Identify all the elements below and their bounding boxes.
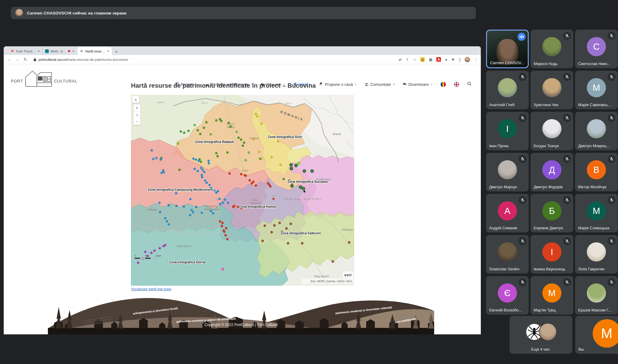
person-extension-icon[interactable]: ●	[445, 57, 447, 62]
browser-tab[interactable]: Meet - dee-thne-khp✕	[43, 47, 77, 55]
place-label: Gura	[252, 199, 258, 202]
participant-tile[interactable]: Лілія Гавриляк	[575, 235, 618, 274]
participant-tile[interactable]: Єршов Максим Г...	[575, 276, 618, 315]
avatar: Б	[542, 201, 561, 220]
participant-tile[interactable]: Анатолій Глеб	[486, 71, 529, 109]
participant-tile[interactable]: ДДмитро Федорів	[531, 153, 573, 191]
speech-icon	[403, 82, 407, 86]
bookmark-star-icon[interactable]: ☆	[413, 57, 416, 62]
nav-item-diseminare[interactable]: Diseminare∨	[403, 82, 433, 87]
browser-tab[interactable]: MFwd: Practical application - ca✕	[8, 47, 43, 55]
chevron-down-icon: ∨	[430, 83, 433, 86]
participant-tile[interactable]: ІІванка Веркалець	[531, 235, 573, 274]
mic-off-icon	[565, 198, 569, 202]
place-label: Campulung	[204, 205, 218, 208]
url-path: /harta-resurse-de-patrimoniu-bucovina/	[67, 58, 128, 61]
participant-name: Святослав Нико...	[578, 62, 615, 66]
zone-label-falticeni: Zona etnografica Falticeni	[281, 231, 321, 235]
participant-tile[interactable]: ААндрій Семанів	[486, 194, 529, 232]
share-icon[interactable]: ⇧	[406, 57, 409, 62]
tab-label: Fwd: Practical application - ca	[16, 49, 36, 53]
portcultural-page: PORT CULTURAL Proiect∨Proiecte comp	[4, 64, 481, 334]
mic-off-icon	[520, 75, 525, 79]
footer-illustration: antreprenoriat și dezvoltare locală patr…	[48, 292, 434, 334]
reload-button[interactable]: ↻	[23, 57, 28, 62]
tab-close-icon[interactable]: ✕	[107, 50, 109, 53]
extensions-puzzle-icon[interactable]: ❖	[451, 57, 455, 62]
participant-tile[interactable]: ММар'ян Тріщ	[531, 276, 573, 315]
participant-tile[interactable]: ВВіктор Мосійчук	[575, 153, 618, 191]
tab-close-icon[interactable]: ✕	[72, 50, 74, 53]
nav-item-comunitate[interactable]: Comunitate∨	[365, 82, 395, 87]
participant-tile[interactable]: Sviatoslav Senkiv	[486, 235, 529, 274]
presenter-banner-text: Carmen CHASOVSCHI сейчас на главном экра…	[27, 11, 126, 15]
mic-off-icon	[609, 75, 614, 79]
participant-tile[interactable]: ММарія Сливоцька	[575, 194, 618, 232]
participant-tile[interactable]: Христина Чех	[531, 71, 573, 109]
avatar: А	[498, 201, 517, 220]
avatar	[498, 242, 517, 261]
view-larger-map-link[interactable]: Vizualizare hartă mai mare	[131, 287, 171, 291]
map-canvas[interactable]: ROMANIARadautiSolcaCarlibabaCampulungMol…	[131, 95, 354, 286]
forward-button[interactable]: →	[15, 57, 20, 62]
bucovina-map[interactable]: ROMANIARadautiSolcaCarlibabaCampulungMol…	[131, 95, 354, 286]
nav-label: Propune o casă	[325, 82, 353, 87]
place-label: Carlibaba	[146, 208, 157, 211]
participant-tile[interactable]: IІван Пронь	[486, 112, 529, 150]
participant-tile[interactable]: Мирося Нодь	[531, 30, 573, 68]
translate-icon[interactable]: ⇄	[399, 57, 402, 62]
grid-extension-icon[interactable]: ▦	[429, 57, 432, 62]
more-participants-tile[interactable]: Ещё 4 чел.	[510, 316, 572, 354]
self-view-tile[interactable]: МВы	[575, 316, 618, 354]
place-label: PODISUL SUCEVEI	[284, 198, 322, 201]
search-icon[interactable]	[467, 82, 472, 87]
muted-mic-badge	[607, 32, 616, 40]
notes-extension-icon[interactable]: ▤	[420, 57, 425, 62]
elevation-label: 750 m	[201, 102, 208, 104]
participant-tile[interactable]: ЄЄвгеній Воскобо...	[486, 276, 529, 315]
participant-name: Анатолій Глеб	[489, 103, 526, 107]
romanian-flag-icon[interactable]	[441, 82, 446, 87]
zoom-out-button[interactable]: −	[133, 118, 140, 125]
browser-tab[interactable]: ⊕Hartă resurse de patrimoniu id✕	[77, 47, 112, 55]
url-domain: portcultural.usv.ro	[39, 58, 67, 61]
tab-label: Hartă resurse de patrimoniu id	[85, 49, 105, 53]
nav-item-propune-o-cas-[interactable]: Propune o casă∨	[319, 82, 357, 87]
avatar: В	[587, 160, 606, 179]
muted-mic-badge	[563, 155, 571, 163]
participant-tile[interactable]: ББоровик Дмитро	[531, 194, 573, 232]
presenter-banner: Carmen CHASOVSCHI сейчас на главном экра…	[11, 7, 476, 19]
english-flag-icon[interactable]	[454, 82, 459, 87]
tab-close-icon[interactable]: ✕	[37, 50, 40, 53]
svg-text:0: 0	[135, 255, 136, 257]
participant-tile[interactable]: Carmen CHASOV...	[486, 30, 529, 68]
mic-off-icon	[609, 280, 614, 284]
participant-name: Sviatoslav Senkiv	[489, 267, 526, 271]
zoom-in-button[interactable]: +	[133, 105, 140, 111]
participant-tile[interactable]: Богдан Ткачук	[531, 112, 573, 150]
muted-mic-badge	[607, 73, 616, 81]
muted-mic-badge	[563, 73, 571, 81]
map-attribution: Esri, HERE, Garmin, USGS, NGA	[311, 280, 352, 283]
back-button[interactable]: ←	[7, 57, 12, 62]
participant-name: Марія Савіновсь...	[578, 103, 615, 107]
acrobat-extension-icon[interactable]: A	[436, 57, 441, 62]
avatar	[587, 119, 606, 138]
chevron-down-icon: ∨	[393, 83, 395, 86]
home-button[interactable]: ⌂	[133, 111, 140, 118]
portcultural-logo[interactable]: PORT CULTURAL	[11, 70, 78, 87]
muted-mic-badge	[563, 114, 571, 122]
participant-tile[interactable]: Дмитро Марчук	[486, 153, 529, 191]
elevation-label: 1364m	[157, 101, 164, 104]
menu-dots-icon[interactable]: ⋮	[474, 57, 478, 62]
map-expand-button[interactable]: »	[132, 96, 139, 103]
new-tab-button[interactable]: +	[115, 49, 118, 55]
sidebar-icon[interactable]: ▯	[459, 57, 461, 62]
participant-tile[interactable]: Дмитро Мокрец...	[575, 112, 618, 150]
address-bar[interactable]: portcultural.usv.ro/harta-resurse-de-pat…	[31, 58, 396, 61]
recording-dot-icon	[68, 50, 70, 52]
participant-tile[interactable]: MМарія Савіновсь...	[575, 71, 618, 109]
participant-tile[interactable]: CСвятослав Нико...	[575, 30, 618, 68]
profile-avatar[interactable]	[465, 57, 470, 62]
place-label: Vicovu	[226, 123, 234, 126]
